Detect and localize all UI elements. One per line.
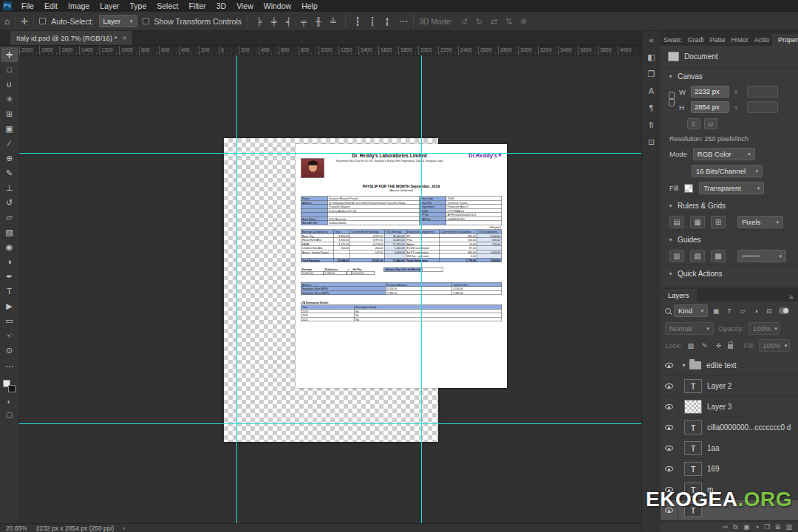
type-tool[interactable]: T <box>1 284 18 299</box>
grid-settings-icon[interactable]: ⊞ <box>711 216 726 228</box>
distribute-vertically-icon[interactable]: ┋ <box>366 15 379 28</box>
lock-pixels-icon[interactable]: ✎ <box>700 341 710 351</box>
path-selection-tool[interactable]: ▶ <box>1 299 18 313</box>
menu-item[interactable]: View <box>231 0 259 12</box>
panel-menu-icon[interactable]: ≡ <box>789 293 798 301</box>
3d-scale-icon[interactable]: ⊕ <box>517 15 531 28</box>
menu-item[interactable]: Layer <box>95 0 124 12</box>
layer-expand-icon[interactable]: ▼ <box>681 363 686 368</box>
auto-select-dropdown[interactable]: Layer <box>99 15 137 27</box>
panel-tab[interactable]: Patte <box>707 34 729 46</box>
clone-source-panel-icon[interactable]: ⊡ <box>644 134 660 149</box>
lock-position-icon[interactable]: ✛ <box>714 341 724 351</box>
layer-row[interactable]: ▼ Layer 2 <box>661 376 798 397</box>
edit-toolbar-icon[interactable]: ⋯ <box>5 359 14 374</box>
guide-vertical-1[interactable] <box>236 55 237 523</box>
zoom-level[interactable]: 20.65% <box>6 525 27 532</box>
background-color-swatch[interactable] <box>8 385 16 392</box>
3d-drag-icon[interactable]: ⇄ <box>488 15 501 28</box>
filter-shape-layers-icon[interactable]: ▱ <box>737 306 748 316</box>
show-transform-checkbox[interactable] <box>143 18 149 24</box>
layer-row[interactable]: ▼ 169 <box>661 459 798 480</box>
collapse-panels-icon[interactable]: « <box>644 33 660 47</box>
lock-transparency-icon[interactable]: ▨ <box>686 341 696 351</box>
rectangular-marquee-tool[interactable]: □ <box>1 62 18 77</box>
section-quick-actions[interactable]: ▼ Quick Actions <box>661 265 798 282</box>
character-panel-icon[interactable]: A <box>644 83 660 98</box>
canvas-area[interactable]: Dr. Reddy's Laboratories Limited Registe… <box>19 55 641 523</box>
y-field[interactable] <box>747 101 778 113</box>
eyedropper-tool[interactable]: ∕ <box>1 136 18 151</box>
layer-row[interactable]: ▼ edite text <box>661 355 798 376</box>
spot-healing-brush-tool[interactable]: ⊕ <box>1 151 18 166</box>
section-guides[interactable]: ▼ Guides <box>661 231 798 248</box>
lasso-tool[interactable]: ∪ <box>1 77 18 92</box>
menu-item[interactable]: Type <box>124 0 151 12</box>
blend-mode-dropdown[interactable]: Normal <box>665 322 714 335</box>
hand-tool[interactable]: ☜ <box>1 328 18 343</box>
layer-visibility-toggle[interactable] <box>661 438 678 458</box>
align-top-edges-icon[interactable]: ╤ <box>297 15 310 28</box>
glyphs-panel-icon[interactable]: ﬁ <box>644 117 660 132</box>
filter-toggle-switch[interactable] <box>779 307 789 314</box>
libraries-panel-icon[interactable]: ❒ <box>644 66 660 81</box>
layer-group-icon[interactable]: ❒ <box>764 522 770 532</box>
ruler-units-dropdown[interactable]: Pixels <box>737 216 783 228</box>
color-mode-dropdown[interactable]: RGB Color <box>693 148 755 160</box>
color-swatches[interactable] <box>3 380 16 392</box>
layer-row[interactable]: ▼ cilla0000000...ccccccc0 d <box>661 417 798 438</box>
clone-stamp-tool[interactable]: ⊥ <box>1 180 18 195</box>
landscape-orientation-icon[interactable]: ▭ <box>704 118 717 129</box>
move-tool-preset-icon[interactable]: ✛ <box>21 14 28 29</box>
dodge-tool[interactable]: ◑ <box>1 254 18 269</box>
layer-row[interactable]: ▼ 1aa <box>661 438 798 459</box>
menu-item[interactable]: Select <box>151 0 183 12</box>
filter-adjustment-layers-icon[interactable]: ◑ <box>751 306 761 316</box>
horizontal-ruler[interactable]: 2000180016001400120010008006004002000200… <box>19 46 641 55</box>
quick-mask-icon[interactable]: ◐ <box>7 398 11 406</box>
new-layer-icon[interactable]: ⊞ <box>775 522 781 532</box>
filter-text-layers-icon[interactable]: T <box>724 306 734 316</box>
status-expand-icon[interactable]: › <box>123 525 125 532</box>
panel-tab[interactable]: Histor <box>729 34 752 46</box>
opacity-dropdown[interactable]: 100% <box>748 322 780 335</box>
payslip-layer[interactable]: Dr. Reddy's Laboratories Limited Registe… <box>296 144 507 388</box>
layer-visibility-toggle[interactable] <box>661 459 678 479</box>
blur-tool[interactable]: ◉ <box>1 239 18 254</box>
layer-visibility-toggle[interactable] <box>661 397 678 417</box>
screen-mode-icon[interactable]: ▢ <box>6 411 13 419</box>
width-field[interactable]: 2232 px <box>691 86 729 98</box>
filter-smart-objects-icon[interactable]: ⊡ <box>764 306 774 316</box>
lock-guides-icon[interactable]: ▧ <box>690 250 705 262</box>
delete-layer-icon[interactable]: ▥ <box>785 522 792 532</box>
toggle-guides-icon[interactable]: ▥ <box>669 250 684 262</box>
pen-tool[interactable]: ✒ <box>1 269 18 284</box>
3d-slide-icon[interactable]: ⇅ <box>502 15 516 28</box>
home-icon[interactable]: ⌂ <box>4 14 10 29</box>
3d-roll-icon[interactable]: ↻ <box>473 15 486 28</box>
link-layers-icon[interactable]: ∞ <box>723 522 727 532</box>
3d-rotate-icon[interactable]: ↺ <box>458 15 471 28</box>
menu-item[interactable]: Edit <box>39 0 63 12</box>
clear-guides-icon[interactable]: ▩ <box>711 250 726 262</box>
history-brush-tool[interactable]: ↺ <box>1 195 18 210</box>
distribute-spacing-icon[interactable]: ╏ <box>381 15 394 28</box>
crop-tool[interactable]: ⊞ <box>1 106 18 121</box>
guide-vertical-2[interactable] <box>421 55 422 523</box>
tab-layers[interactable]: Layers <box>661 289 697 301</box>
x-field[interactable] <box>747 86 778 98</box>
link-dimensions-icon[interactable] <box>668 92 675 106</box>
panel-tab[interactable]: Swatc <box>661 34 685 46</box>
height-field[interactable]: 2854 px <box>691 101 729 113</box>
section-canvas[interactable]: ▼ Canvas <box>661 67 798 84</box>
menu-item[interactable]: Window <box>259 0 296 12</box>
move-tool[interactable]: ✛ <box>1 47 18 62</box>
lock-all-icon[interactable] <box>728 344 733 349</box>
panel-tab[interactable]: Gradi <box>685 34 707 46</box>
layer-visibility-toggle[interactable] <box>661 355 678 375</box>
layer-mask-icon[interactable]: ▣ <box>743 522 750 532</box>
menu-item[interactable]: File <box>16 0 39 12</box>
guide-style-dropdown[interactable] <box>737 250 786 262</box>
tab-close-icon[interactable]: × <box>122 34 126 42</box>
layer-visibility-toggle[interactable] <box>661 376 678 396</box>
